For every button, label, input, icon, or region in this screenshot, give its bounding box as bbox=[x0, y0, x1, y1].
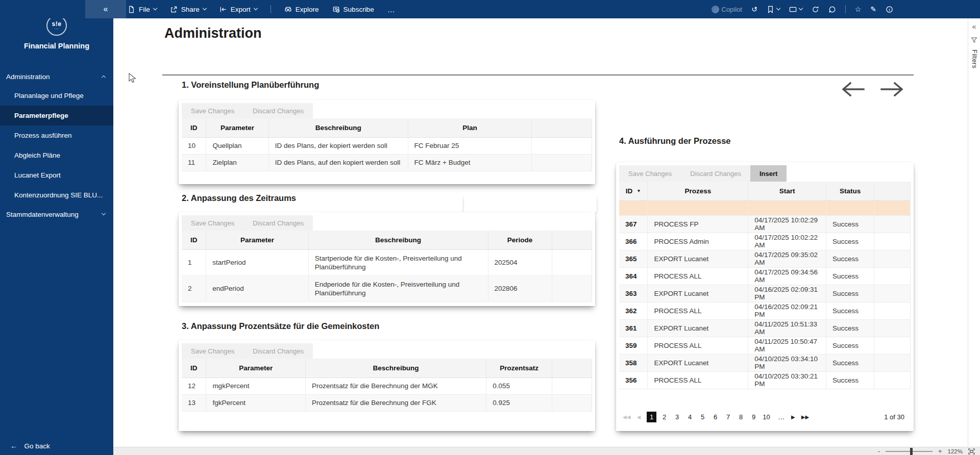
table-row[interactable]: 10QuellplanID des Plans, der kopiert wer… bbox=[182, 137, 592, 154]
info-button[interactable] bbox=[886, 6, 893, 13]
sidebar-item-prozess-ausfuehren[interactable]: Prozess ausführen bbox=[0, 125, 113, 145]
table-cell[interactable] bbox=[552, 394, 592, 411]
column-header-id[interactable]: ID bbox=[182, 118, 206, 137]
page-button-6[interactable]: 6 bbox=[710, 412, 720, 422]
column-header-periode[interactable]: Periode bbox=[488, 231, 552, 249]
table-cell[interactable]: 359 bbox=[619, 337, 648, 354]
insert-cell[interactable] bbox=[619, 200, 648, 215]
column-header-beschreibung[interactable]: Beschreibung bbox=[308, 231, 488, 249]
table-cell[interactable]: 0.925 bbox=[486, 394, 552, 411]
page-button-3[interactable]: 3 bbox=[672, 412, 682, 422]
sidebar-item-kontenzuordnung[interactable]: Kontenzuordnung SIE BLU... bbox=[0, 185, 113, 205]
table-row[interactable]: 364PROCESS ALL04/17/2025 09:34:56 AMSucc… bbox=[619, 267, 911, 285]
table-cell[interactable]: Zielplan bbox=[206, 154, 268, 171]
discard-changes-button[interactable]: Discard Changes bbox=[681, 165, 750, 182]
table-cell[interactable]: PROCESS ALL bbox=[648, 302, 748, 319]
table-cell[interactable]: Success bbox=[826, 337, 874, 354]
table-cell[interactable] bbox=[552, 377, 592, 394]
table-row[interactable]: 356PROCESS ALL04/10/2025 03:30:21 PMSucc… bbox=[619, 371, 911, 389]
zoom-slider[interactable] bbox=[886, 451, 933, 452]
view-menu-button[interactable] bbox=[789, 6, 802, 13]
more-pages-button[interactable]: … bbox=[778, 413, 785, 421]
table-row[interactable]: 362PROCESS ALL04/16/2025 02:09:21 PMSucc… bbox=[619, 302, 911, 319]
collapse-sidebar-button[interactable]: « bbox=[85, 0, 126, 18]
table-cell[interactable] bbox=[874, 319, 911, 337]
table-cell[interactable]: 04/16/2025 02:09:21 PM bbox=[748, 302, 826, 319]
sidebar-item-parameterpflege[interactable]: Parameterpflege bbox=[0, 106, 113, 125]
column-header-start[interactable]: Start bbox=[748, 182, 826, 200]
explore-menu[interactable]: Explore bbox=[284, 0, 319, 18]
table-cell[interactable]: 12 bbox=[182, 377, 206, 394]
page-button-2[interactable]: 2 bbox=[659, 412, 669, 422]
zoom-slider-handle[interactable] bbox=[910, 448, 913, 455]
table-row[interactable]: 365EXPORT Lucanet04/17/2025 09:35:02 AMS… bbox=[619, 250, 911, 267]
table-cell[interactable]: PROCESS ALL bbox=[648, 371, 748, 389]
last-page-button[interactable]: ▶▶ bbox=[800, 414, 811, 420]
column-header-status[interactable]: Status bbox=[826, 182, 874, 200]
filters-pane-collapsed[interactable]: « Filters bbox=[968, 18, 980, 447]
table-cell[interactable]: 04/17/2025 09:34:56 AM bbox=[748, 267, 826, 285]
table-cell[interactable]: EXPORT Lucanet bbox=[648, 319, 748, 337]
table-cell[interactable]: 364 bbox=[619, 267, 648, 285]
bookmarks-button[interactable] bbox=[767, 6, 780, 13]
column-header-prozentsatz[interactable]: Prozentsatz bbox=[486, 359, 552, 377]
refresh-button[interactable] bbox=[812, 6, 819, 13]
table-cell[interactable]: 04/10/2025 03:30:21 PM bbox=[748, 371, 826, 389]
table-cell[interactable]: 365 bbox=[619, 250, 648, 267]
export-menu[interactable]: Export bbox=[219, 0, 257, 18]
table-cell[interactable]: 356 bbox=[619, 371, 648, 389]
next-page-button[interactable]: ▶ bbox=[790, 414, 797, 420]
table-cell[interactable] bbox=[552, 275, 592, 301]
expand-filters-icon[interactable]: « bbox=[972, 22, 976, 31]
table-cell[interactable] bbox=[874, 302, 911, 319]
table-cell[interactable]: 04/16/2025 02:09:31 PM bbox=[748, 285, 826, 302]
table-cell[interactable]: 10 bbox=[182, 137, 206, 154]
filter-icon[interactable] bbox=[971, 37, 977, 43]
previous-page-button[interactable]: ◀ bbox=[635, 414, 642, 420]
table-cell[interactable]: 13 bbox=[182, 394, 206, 411]
table-row[interactable]: 367PROCESS FP04/17/2025 10:02:29 AMSucce… bbox=[619, 215, 911, 233]
reset-default-view-button[interactable]: ↺ bbox=[751, 5, 757, 13]
table-cell[interactable]: fgkPercent bbox=[206, 394, 306, 411]
table-cell[interactable]: 358 bbox=[619, 354, 648, 371]
insert-button[interactable]: Insert bbox=[750, 165, 787, 182]
table-row[interactable]: 11ZielplanID des Plans, auf den kopiert … bbox=[182, 154, 592, 171]
go-back-button[interactable]: ← Go back bbox=[0, 442, 113, 450]
table-cell[interactable]: Success bbox=[826, 233, 874, 250]
table-cell[interactable] bbox=[874, 285, 911, 302]
table-cell[interactable]: 202806 bbox=[488, 275, 552, 301]
filters-label[interactable]: Filters bbox=[971, 49, 978, 69]
zoom-in-button[interactable]: + bbox=[938, 448, 942, 455]
table-cell[interactable]: Success bbox=[826, 319, 874, 337]
table-cell[interactable]: EXPORT Lucanet bbox=[648, 354, 748, 371]
table-cell[interactable]: EXPORT Lucanet bbox=[648, 285, 748, 302]
column-header-id[interactable]: ID bbox=[182, 231, 206, 249]
discard-changes-button[interactable]: Discard Changes bbox=[243, 215, 313, 231]
page-button-9[interactable]: 9 bbox=[749, 412, 758, 422]
table-cell[interactable]: Success bbox=[826, 215, 874, 233]
table-cell[interactable]: Prozentsatz für die Berechnung der FGK bbox=[305, 394, 486, 411]
insert-cell[interactable] bbox=[826, 200, 874, 215]
table-cell[interactable]: 2 bbox=[182, 275, 206, 301]
table-cell[interactable] bbox=[874, 354, 911, 371]
share-menu[interactable]: Share bbox=[170, 0, 206, 18]
table-cell[interactable]: Endperiode für die Kosten-, Preisverteil… bbox=[308, 275, 488, 301]
table-cell[interactable]: FC März + Budget bbox=[408, 154, 532, 171]
table-cell[interactable]: 04/17/2025 10:02:29 AM bbox=[748, 215, 826, 233]
table-cell[interactable]: 04/17/2025 09:35:02 AM bbox=[748, 250, 826, 267]
next-page-arrow-button[interactable] bbox=[879, 79, 905, 100]
column-header-parameter[interactable]: Parameter bbox=[206, 231, 308, 249]
table-cell[interactable]: 362 bbox=[619, 302, 648, 319]
table-cell[interactable] bbox=[874, 215, 911, 233]
table-cell[interactable]: startPeriod bbox=[206, 249, 308, 275]
table-cell[interactable]: Quellplan bbox=[206, 137, 268, 154]
table-cell[interactable]: PROCESS FP bbox=[648, 215, 748, 233]
sidebar-section-administration[interactable]: Administration bbox=[0, 67, 113, 86]
table-cell[interactable]: PROCESS Admin bbox=[648, 233, 748, 250]
column-header-parameter[interactable]: Parameter bbox=[206, 118, 268, 137]
table-cell[interactable]: 04/10/2025 03:34:10 PM bbox=[748, 354, 826, 371]
copilot-button[interactable]: Copilot bbox=[712, 6, 742, 13]
table-cell[interactable]: Success bbox=[826, 371, 874, 389]
insert-cell[interactable] bbox=[648, 200, 748, 215]
table-cell[interactable] bbox=[532, 137, 592, 154]
